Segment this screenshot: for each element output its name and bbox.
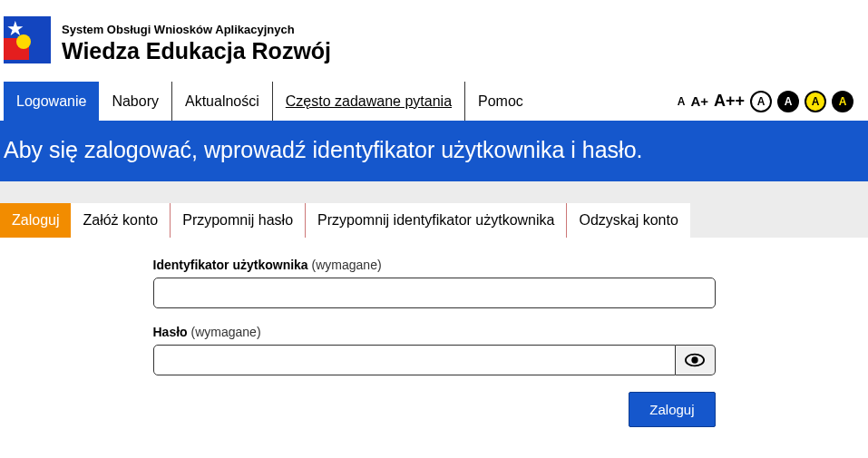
tab-zaloguj[interactable]: Zaloguj [0, 203, 71, 238]
tab-przypomnij-id[interactable]: Przypomnij identyfikator użytkownika [306, 203, 567, 238]
accessibility-controls: A A+ A++ A A A A [678, 91, 864, 112]
username-input[interactable] [153, 278, 716, 308]
eye-icon [685, 353, 705, 367]
nav-pomoc[interactable]: Pomoc [465, 82, 536, 121]
svg-point-1 [691, 357, 697, 364]
gray-strip [0, 181, 868, 203]
toggle-password-visibility[interactable] [676, 345, 716, 375]
login-form: Identyfikator użytkownika (wymagane) Has… [0, 238, 868, 427]
header: ★ System Obsługi Wniosków Aplikacyjnych … [0, 0, 868, 82]
nav-row: Logowanie Nabory Aktualności Często zada… [0, 82, 868, 121]
username-label: Identyfikator użytkownika (wymagane) [153, 258, 716, 272]
logo: ★ [4, 16, 51, 71]
contrast-yellow[interactable]: A [805, 91, 826, 112]
star-icon: ★ [6, 19, 24, 39]
font-size-large[interactable]: A++ [714, 92, 745, 111]
nav-nabory[interactable]: Nabory [99, 82, 172, 121]
main-nav: Logowanie Nabory Aktualności Często zada… [4, 82, 536, 121]
tab-odzyskaj-konto[interactable]: Odzyskaj konto [567, 203, 689, 238]
contrast-normal[interactable]: A [750, 91, 772, 112]
nav-logowanie[interactable]: Logowanie [4, 82, 99, 121]
contrast-black-yellow[interactable]: A [832, 91, 853, 112]
app-title: Wiedza Edukacja Rozwój [62, 38, 331, 64]
password-label: Hasło (wymagane) [153, 325, 716, 339]
subtabs: Zaloguj Załóż konto Przypomnij hasło Prz… [0, 203, 690, 238]
font-size-small[interactable]: A [678, 95, 686, 108]
nav-aktualnosci[interactable]: Aktualności [172, 82, 273, 121]
font-size-medium[interactable]: A+ [690, 93, 708, 109]
nav-faq[interactable]: Często zadawane pytania [273, 82, 465, 121]
password-input[interactable] [153, 345, 676, 375]
header-text: System Obsługi Wniosków Aplikacyjnych Wi… [62, 23, 331, 64]
system-line: System Obsługi Wniosków Aplikacyjnych [62, 23, 331, 36]
login-button[interactable]: Zaloguj [629, 392, 715, 427]
page-banner: Aby się zalogować, wprowadź identyfikato… [0, 121, 868, 181]
password-field-group: Hasło (wymagane) [153, 325, 716, 375]
username-field-group: Identyfikator użytkownika (wymagane) [153, 258, 716, 308]
tab-zaloz-konto[interactable]: Załóż konto [71, 203, 171, 238]
tab-przypomnij-haslo[interactable]: Przypomnij hasło [171, 203, 306, 238]
subtabs-wrap: Zaloguj Załóż konto Przypomnij hasło Prz… [0, 203, 868, 238]
contrast-black[interactable]: A [777, 91, 799, 112]
